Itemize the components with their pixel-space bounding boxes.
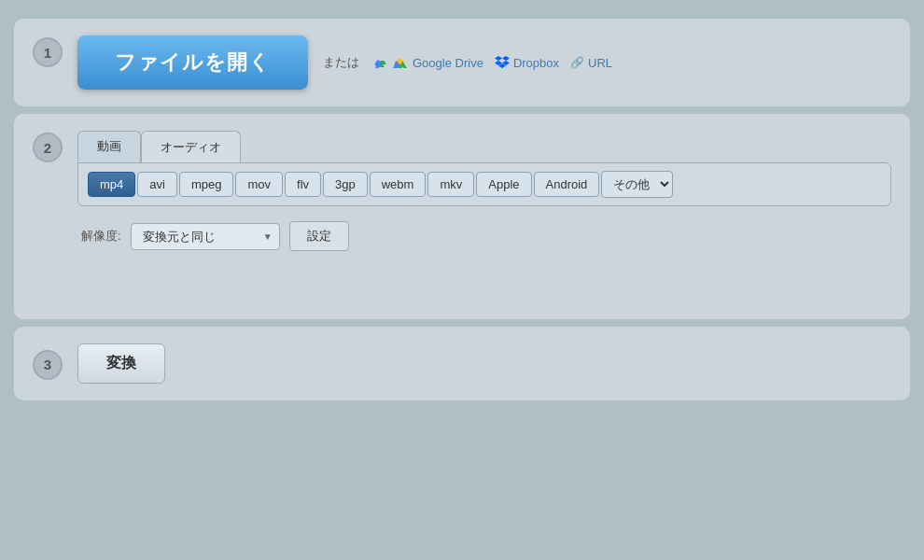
format-btn-android[interactable]: Android bbox=[534, 172, 600, 197]
url-label: URL bbox=[588, 56, 612, 70]
google-drive-icon bbox=[374, 56, 389, 69]
svg-marker-18 bbox=[495, 56, 502, 61]
settings-row: 解像度: 変換元と同じ ▼ 設定 bbox=[77, 221, 891, 251]
gdrive-icon-simple bbox=[393, 57, 407, 69]
or-text: または bbox=[323, 54, 359, 71]
open-file-button[interactable]: ファイルを開く bbox=[77, 35, 308, 90]
format-bar: mp4 avi mpeg mov flv 3gp webm mkv Apple … bbox=[88, 171, 881, 198]
tabs-container: 動画 オーディオ mp4 avi mpeg mov flv 3gp webm m… bbox=[77, 131, 891, 251]
section-1-row: ファイルを開く または bbox=[77, 35, 891, 90]
tab-row: 動画 オーディオ bbox=[77, 131, 891, 162]
cloud-links: Google Drive Dropbox bbox=[374, 56, 612, 70]
format-btn-flv[interactable]: flv bbox=[285, 172, 321, 197]
svg-marker-17 bbox=[398, 58, 403, 62]
format-btn-mov[interactable]: mov bbox=[235, 172, 283, 197]
google-drive-label: Google Drive bbox=[413, 56, 483, 70]
google-drive-link[interactable]: Google Drive bbox=[374, 56, 483, 70]
svg-marker-19 bbox=[502, 56, 510, 61]
format-btn-webm[interactable]: webm bbox=[370, 172, 427, 197]
section-1-content: ファイルを開く または bbox=[77, 35, 891, 90]
format-btn-mkv[interactable]: mkv bbox=[427, 172, 474, 197]
format-btn-mp4[interactable]: mp4 bbox=[88, 172, 135, 197]
section-number-2: 2 bbox=[33, 133, 63, 162]
section-2: 2 動画 オーディオ mp4 avi mpeg mov flv 3gp webm bbox=[14, 114, 910, 319]
section-1: 1 ファイルを開く または bbox=[14, 19, 910, 106]
tab-video[interactable]: 動画 bbox=[77, 131, 141, 162]
url-link[interactable]: 🔗 URL bbox=[570, 56, 612, 70]
url-icon: 🔗 bbox=[570, 56, 584, 69]
dropbox-icon bbox=[495, 56, 510, 69]
tab-audio[interactable]: オーディオ bbox=[141, 131, 241, 162]
resolution-select[interactable]: 変換元と同じ bbox=[131, 223, 280, 250]
format-btn-apple[interactable]: Apple bbox=[476, 172, 531, 197]
format-btn-mpeg[interactable]: mpeg bbox=[179, 172, 234, 197]
resolution-label: 解像度: bbox=[81, 228, 121, 245]
format-btn-avi[interactable]: avi bbox=[137, 172, 177, 197]
section-number-3: 3 bbox=[33, 350, 63, 380]
settings-button[interactable]: 設定 bbox=[289, 221, 349, 251]
convert-button[interactable]: 変換 bbox=[77, 343, 165, 384]
section-number-1: 1 bbox=[33, 37, 63, 67]
resolution-select-wrapper: 変換元と同じ ▼ bbox=[131, 223, 280, 250]
format-btn-3gp[interactable]: 3gp bbox=[323, 172, 368, 197]
section-2-content: 動画 オーディオ mp4 avi mpeg mov flv 3gp webm m… bbox=[77, 131, 891, 251]
dropbox-link[interactable]: Dropbox bbox=[495, 56, 559, 70]
section-3: 3 変換 bbox=[14, 327, 910, 400]
format-bar-container: mp4 avi mpeg mov flv 3gp webm mkv Apple … bbox=[77, 162, 891, 206]
dropbox-label: Dropbox bbox=[513, 56, 559, 70]
section-3-content: 変換 bbox=[77, 343, 891, 384]
format-select-other[interactable]: その他 bbox=[601, 171, 673, 198]
